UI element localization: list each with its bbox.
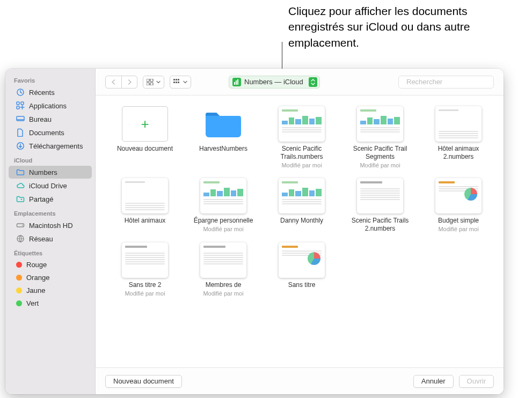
- open-dialog-window: FavorisRécentsApplicationsBureauDocument…: [5, 69, 504, 394]
- svg-rect-1: [17, 102, 19, 105]
- svg-rect-19: [176, 82, 177, 83]
- file-tile[interactable]: Sans titre 2Modifié par moi: [110, 242, 180, 297]
- numbers-app-icon: [232, 78, 241, 86]
- sidebar-section-title: Emplacements: [5, 206, 95, 218]
- sidebar-item-vert[interactable]: Vert: [9, 297, 92, 309]
- svg-rect-20: [178, 82, 179, 83]
- file-subtitle-label: Modifié par moi: [345, 162, 416, 168]
- file-tile[interactable]: Épargne personnelleModifié par moi: [188, 178, 259, 233]
- shared-icon: [16, 195, 25, 203]
- file-tile[interactable]: Membres deModifié par moi: [188, 242, 259, 297]
- file-name-label: HarvestNumbers: [188, 145, 259, 153]
- cancel-button[interactable]: Annuler: [413, 375, 454, 388]
- tag-dot-icon: [16, 262, 22, 268]
- tag-dot-icon: [16, 275, 22, 281]
- open-button[interactable]: Ouvrir: [459, 375, 494, 388]
- forward-button[interactable]: [121, 76, 137, 89]
- file-name-label: Budget simple: [423, 217, 494, 225]
- new-document-tile[interactable]: +Nouveau document: [110, 106, 180, 168]
- file-tile[interactable]: Budget simpleModifié par moi: [423, 178, 494, 233]
- nav-button-group: [105, 76, 137, 89]
- search-field[interactable]: [398, 76, 494, 89]
- svg-rect-15: [173, 79, 175, 80]
- disk-icon: [16, 221, 25, 230]
- file-name-label: Sans titre 2: [110, 281, 180, 289]
- appgrid-icon: [16, 101, 25, 110]
- back-button[interactable]: [105, 76, 121, 89]
- sidebar-item-documents[interactable]: Documents: [9, 126, 92, 139]
- file-tile[interactable]: Danny Monthly: [266, 178, 337, 233]
- svg-rect-18: [173, 82, 175, 83]
- sidebar-item-bureau[interactable]: Bureau: [9, 113, 92, 126]
- sidebar-item-numbers[interactable]: Numbers: [9, 166, 92, 179]
- toolbar: Numbers — iCloud: [96, 69, 504, 95]
- file-name-label: Hôtel animaux 2.numbers: [423, 145, 494, 161]
- file-subtitle-label: Modifié par moi: [188, 290, 259, 297]
- svg-rect-13: [147, 83, 149, 85]
- folder-icon: [16, 168, 25, 176]
- file-name-label: Scenic Pacific Trails 2.numbers: [345, 217, 416, 233]
- svg-rect-22: [236, 80, 237, 85]
- sidebar-item-partagé[interactable]: Partagé: [9, 193, 92, 205]
- sidebar-item-label: Orange: [26, 274, 86, 282]
- file-tile[interactable]: Scenic Pacific Trail SegmentsModifié par…: [345, 106, 416, 168]
- sidebar-item-label: Bureau: [29, 115, 86, 123]
- cloud-icon: [16, 181, 25, 190]
- svg-rect-2: [21, 102, 24, 105]
- sidebar-section-title: iCloud: [5, 153, 95, 165]
- file-name-label: Scenic Pacific Trails.numbers: [266, 145, 337, 161]
- svg-rect-12: [150, 79, 153, 82]
- sidebar-item-label: Applications: [29, 102, 86, 110]
- file-tile[interactable]: Scenic Pacific Trails 2.numbers: [345, 178, 416, 233]
- file-tile[interactable]: Sans titre: [266, 242, 337, 297]
- search-input[interactable]: [406, 78, 497, 86]
- network-icon: [16, 234, 25, 243]
- sidebar-item-label: Rouge: [26, 261, 86, 269]
- file-subtitle-label: Modifié par moi: [423, 226, 494, 232]
- sidebar-item-applications[interactable]: Applications: [9, 99, 92, 112]
- clock-icon: [16, 88, 25, 97]
- file-tile[interactable]: Hôtel animaux: [110, 178, 180, 233]
- sidebar-item-réseau[interactable]: Réseau: [9, 232, 92, 245]
- file-subtitle-label: Modifié par moi: [266, 162, 337, 168]
- sidebar-item-label: Téléchargements: [29, 142, 86, 150]
- file-name-label: Scenic Pacific Trail Segments: [345, 145, 416, 161]
- file-tile[interactable]: Hôtel animaux 2.numbers: [423, 106, 494, 168]
- tag-dot-icon: [16, 300, 22, 306]
- sidebar-item-récents[interactable]: Récents: [9, 86, 92, 99]
- file-name-label: Épargne personnelle: [188, 217, 259, 225]
- svg-rect-17: [178, 79, 179, 80]
- sidebar-item-label: Macintosh HD: [29, 222, 86, 230]
- sidebar: FavorisRécentsApplicationsBureauDocument…: [5, 69, 96, 394]
- view-mode-button[interactable]: [143, 76, 164, 89]
- sidebar-item-rouge[interactable]: Rouge: [9, 259, 92, 271]
- group-by-button[interactable]: [170, 76, 191, 89]
- file-grid-area: +Nouveau documentHarvestNumbersScenic Pa…: [96, 95, 504, 367]
- file-name-label: Membres de: [188, 281, 259, 289]
- sidebar-item-label: Récents: [29, 89, 86, 97]
- svg-rect-11: [147, 79, 149, 82]
- desktop-icon: [16, 115, 25, 123]
- sidebar-item-label: Réseau: [29, 235, 86, 243]
- file-tile[interactable]: Scenic Pacific Trails.numbersModifié par…: [266, 106, 337, 168]
- file-name-label: Hôtel animaux: [110, 217, 180, 225]
- svg-rect-4: [17, 116, 24, 121]
- help-annotation: Cliquez pour afficher les documents enre…: [288, 3, 519, 50]
- new-document-button[interactable]: Nouveau document: [105, 375, 182, 388]
- file-grid: +Nouveau documentHarvestNumbersScenic Pa…: [110, 106, 494, 297]
- sidebar-item-label: Jaune: [26, 286, 86, 294]
- sidebar-section-title: Favoris: [5, 73, 95, 85]
- sidebar-item-téléchargements[interactable]: Téléchargements: [9, 139, 92, 152]
- sidebar-item-jaune[interactable]: Jaune: [9, 284, 92, 297]
- sidebar-item-orange[interactable]: Orange: [9, 271, 92, 284]
- main-panel: Numbers — iCloud +Nouveau documentHarves…: [96, 69, 504, 394]
- sidebar-section-title: Étiquettes: [5, 246, 95, 258]
- file-subtitle-label: Modifié par moi: [110, 290, 180, 297]
- svg-point-7: [21, 198, 22, 200]
- sidebar-item-macintosh-hd[interactable]: Macintosh HD: [9, 219, 92, 232]
- location-popup-button[interactable]: Numbers — iCloud: [229, 76, 320, 89]
- sidebar-item-icloud-drive[interactable]: iCloud Drive: [9, 179, 92, 192]
- file-subtitle-label: Modifié par moi: [188, 226, 259, 232]
- folder-tile[interactable]: HarvestNumbers: [188, 106, 259, 168]
- sidebar-item-label: iCloud Drive: [29, 182, 86, 190]
